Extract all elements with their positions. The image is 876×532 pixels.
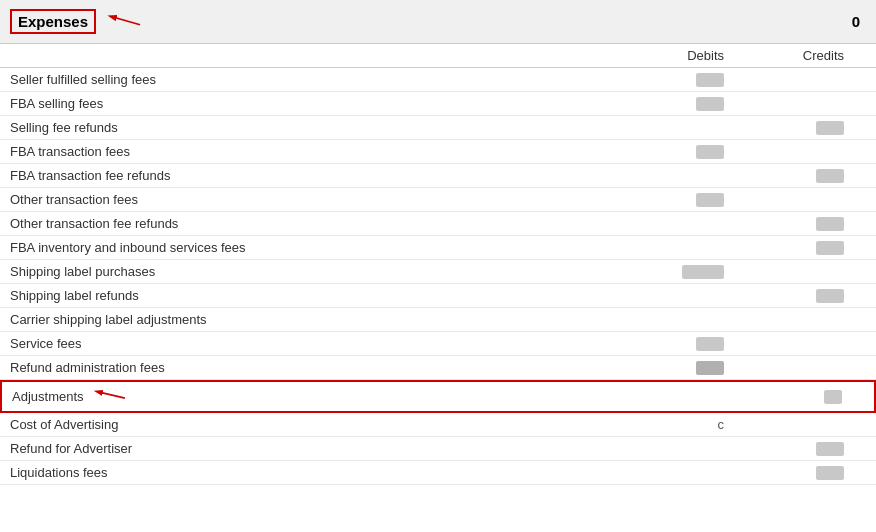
credit-cell xyxy=(744,97,864,111)
row-label: Liquidations fees xyxy=(10,465,624,480)
row-label: FBA selling fees xyxy=(10,96,624,111)
row-values xyxy=(624,265,864,279)
bottom-rows: Cost of Advertising c Refund for Adverti… xyxy=(0,413,876,485)
table-row: Seller fulfilled selling fees xyxy=(0,68,876,92)
table-row: FBA transaction fees xyxy=(0,140,876,164)
credit-cell xyxy=(744,466,864,480)
debit-cell xyxy=(624,217,744,231)
debit-cell xyxy=(624,121,744,135)
row-values xyxy=(624,121,864,135)
row-label: FBA inventory and inbound services fees xyxy=(10,240,624,255)
table-row: Selling fee refunds xyxy=(0,116,876,140)
adjustments-arrow-icon xyxy=(92,385,128,408)
row-values xyxy=(624,337,864,351)
section-title: Expenses xyxy=(10,9,96,34)
credit-cell xyxy=(744,169,864,183)
section-header: Expenses 0 xyxy=(0,0,876,44)
header-total: 0 xyxy=(852,13,864,30)
debit-cell xyxy=(624,169,744,183)
table-row: Shipping label purchases xyxy=(0,260,876,284)
adjustments-row[interactable]: Adjustments xyxy=(0,380,876,413)
table-row: Other transaction fee refunds xyxy=(0,212,876,236)
row-values xyxy=(624,442,864,456)
debit-cell xyxy=(624,97,744,111)
row-label: Other transaction fees xyxy=(10,192,624,207)
debit-cell: c xyxy=(624,417,744,432)
table-row: Service fees xyxy=(0,332,876,356)
row-label: FBA transaction fee refunds xyxy=(10,168,624,183)
expand-icon xyxy=(824,390,842,404)
row-values xyxy=(624,193,864,207)
adjustments-label: Adjustments xyxy=(12,389,84,404)
debit-cell xyxy=(624,241,744,255)
debit-cell xyxy=(624,289,744,303)
row-values xyxy=(624,97,864,111)
row-label: Selling fee refunds xyxy=(10,120,624,135)
row-label: Refund for Advertiser xyxy=(10,441,624,456)
row-label: Seller fulfilled selling fees xyxy=(10,72,624,87)
debit-cell xyxy=(624,466,744,480)
table-row: FBA selling fees xyxy=(0,92,876,116)
title-wrap: Expenses xyxy=(10,8,144,35)
credit-cell xyxy=(744,217,864,231)
expand-wrap xyxy=(742,390,862,404)
row-values xyxy=(624,217,864,231)
row-values: c xyxy=(624,417,864,432)
credit-cell xyxy=(744,73,864,87)
adjustments-label-wrap: Adjustments xyxy=(12,385,128,408)
row-values xyxy=(624,169,864,183)
credit-cell xyxy=(744,241,864,255)
table-row: FBA inventory and inbound services fees xyxy=(0,236,876,260)
credit-cell xyxy=(744,265,864,279)
debit-cell xyxy=(624,145,744,159)
debit-cell xyxy=(624,265,744,279)
column-headers: Debits Credits xyxy=(0,44,876,68)
table-row: FBA transaction fee refunds xyxy=(0,164,876,188)
expenses-section: Expenses 0 Debits Credits Seller fulfill xyxy=(0,0,876,485)
credit-cell xyxy=(744,289,864,303)
row-label: Carrier shipping label adjustments xyxy=(10,312,624,327)
debit-cell xyxy=(624,337,744,351)
credit-cell xyxy=(744,121,864,135)
row-values xyxy=(624,145,864,159)
table-row: Refund administration fees xyxy=(0,356,876,380)
credit-cell xyxy=(744,337,864,351)
debit-cell xyxy=(624,361,744,375)
svg-line-1 xyxy=(112,17,140,25)
row-values xyxy=(624,466,864,480)
row-values xyxy=(624,241,864,255)
credit-cell xyxy=(744,442,864,456)
table-row: Carrier shipping label adjustments xyxy=(0,308,876,332)
row-label: Service fees xyxy=(10,336,624,351)
debit-cell xyxy=(624,193,744,207)
debit-cell xyxy=(624,73,744,87)
data-rows: Seller fulfilled selling fees FBA sellin… xyxy=(0,68,876,380)
row-label: Other transaction fee refunds xyxy=(10,216,624,231)
row-label: FBA transaction fees xyxy=(10,144,624,159)
credit-cell xyxy=(744,417,864,432)
row-label: Shipping label purchases xyxy=(10,264,624,279)
row-label: Shipping label refunds xyxy=(10,288,624,303)
row-label: Refund administration fees xyxy=(10,360,624,375)
debits-header: Debits xyxy=(624,48,744,63)
table-row: Cost of Advertising c xyxy=(0,413,876,437)
row-values xyxy=(624,73,864,87)
credits-header: Credits xyxy=(744,48,864,63)
table-row: Refund for Advertiser xyxy=(0,437,876,461)
credit-cell xyxy=(744,145,864,159)
table-row: Liquidations fees xyxy=(0,461,876,485)
credit-cell xyxy=(744,361,864,375)
debit-cell xyxy=(624,442,744,456)
row-label: Cost of Advertising xyxy=(10,417,624,432)
svg-line-3 xyxy=(98,392,125,398)
table-row: Shipping label refunds xyxy=(0,284,876,308)
table-row: Other transaction fees xyxy=(0,188,876,212)
credit-cell xyxy=(744,193,864,207)
row-values xyxy=(624,289,864,303)
arrow-icon xyxy=(104,8,144,35)
row-values xyxy=(624,361,864,375)
